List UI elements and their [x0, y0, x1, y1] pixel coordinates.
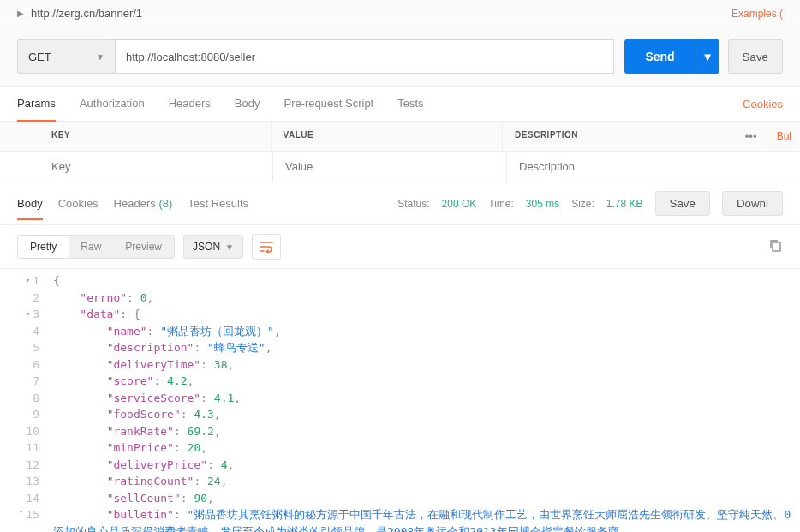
- value-input[interactable]: [273, 152, 507, 182]
- params-header: KEY VALUE DESCRIPTION ••• Bul: [0, 122, 800, 152]
- status-label: Status:: [397, 198, 429, 210]
- examples-link[interactable]: Examples (: [731, 8, 783, 20]
- col-value: VALUE: [272, 122, 504, 151]
- save-button[interactable]: Save: [728, 39, 783, 74]
- method-select[interactable]: GET ▼: [17, 39, 116, 74]
- history-url: http://zerg.cn/banner/1: [31, 7, 142, 20]
- params-row: [0, 152, 800, 182]
- tab-body[interactable]: Body: [235, 87, 260, 121]
- send-dropdown[interactable]: ▼: [696, 39, 719, 74]
- size-value: 1.78 KB: [606, 198, 643, 210]
- request-row: GET ▼ Send ▼ Save: [0, 27, 800, 87]
- key-input[interactable]: [0, 152, 273, 182]
- response-tab-cookies[interactable]: Cookies: [58, 197, 99, 210]
- line-gutter: ▾12▾34567891011121314▾15▾16▾1718: [0, 272, 48, 532]
- view-mode-segment: Pretty Raw Preview: [17, 235, 175, 259]
- response-tabs-bar: Body Cookies Headers (8) Test Results St…: [0, 182, 800, 225]
- send-button[interactable]: Send: [624, 39, 695, 74]
- chevron-down-icon: ▼: [96, 52, 104, 62]
- response-tab-tests[interactable]: Test Results: [188, 197, 248, 210]
- url-input[interactable]: [116, 39, 614, 74]
- save-response-button[interactable]: Save: [655, 191, 710, 216]
- chevron-down-icon: ▼: [225, 242, 234, 252]
- tab-authorization[interactable]: Authorization: [80, 87, 145, 121]
- expand-icon[interactable]: ▶: [17, 9, 24, 18]
- time-value: 305 ms: [526, 198, 559, 210]
- response-tab-body[interactable]: Body: [17, 197, 43, 220]
- view-raw[interactable]: Raw: [69, 236, 113, 258]
- cookies-link[interactable]: Cookies: [743, 98, 783, 111]
- tab-prerequest[interactable]: Pre-request Script: [284, 87, 373, 121]
- method-label: GET: [28, 51, 51, 63]
- response-body: ▾12▾34567891011121314▾15▾16▾1718 { "errn…: [0, 269, 800, 532]
- tab-tests[interactable]: Tests: [397, 87, 423, 121]
- download-button[interactable]: Downl: [722, 191, 783, 216]
- wrap-lines-button[interactable]: [252, 234, 281, 260]
- svg-rect-0: [773, 242, 780, 251]
- code-source[interactable]: { "errno": 0, "data": { "name": "粥品香坊（回龙…: [48, 272, 800, 532]
- col-description: DESCRIPTION: [503, 122, 734, 151]
- view-bar: Pretty Raw Preview JSON ▼: [0, 225, 800, 269]
- tab-params[interactable]: Params: [17, 87, 56, 122]
- status-code: 200 OK: [442, 198, 477, 210]
- copy-icon[interactable]: [769, 239, 783, 255]
- size-label: Size:: [571, 198, 594, 210]
- description-input[interactable]: [507, 152, 740, 182]
- time-label: Time:: [488, 198, 514, 210]
- request-tabs: Params Authorization Headers Body Pre-re…: [0, 87, 800, 122]
- tab-headers[interactable]: Headers: [169, 87, 211, 121]
- view-pretty[interactable]: Pretty: [18, 236, 69, 258]
- view-preview[interactable]: Preview: [113, 236, 174, 258]
- col-key: KEY: [0, 122, 272, 151]
- response-tab-headers[interactable]: Headers (8): [114, 197, 173, 210]
- history-bar: ▶ http://zerg.cn/banner/1 Examples (: [0, 0, 800, 27]
- more-icon[interactable]: •••: [734, 122, 768, 151]
- format-select[interactable]: JSON ▼: [183, 235, 243, 259]
- bulk-edit-link[interactable]: Bul: [768, 122, 800, 151]
